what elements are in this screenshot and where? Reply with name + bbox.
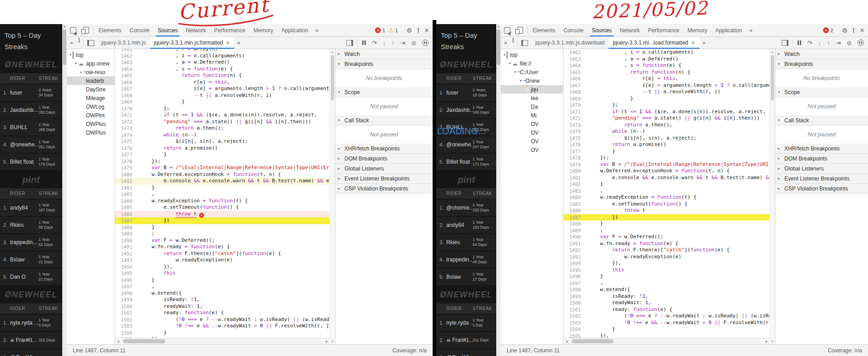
breakpoint-gutter[interactable]	[135, 296, 140, 303]
scroll-right-icon[interactable]: ▶	[324, 340, 330, 343]
breakpoint-gutter[interactable]	[135, 85, 140, 92]
step-icon[interactable]: ⇥	[836, 40, 841, 46]
more-tabs-icon[interactable]: »	[746, 24, 756, 36]
breakpoint-gutter[interactable]	[584, 260, 588, 267]
tab-elements[interactable]: Elements	[95, 24, 125, 36]
device-toolbar-button[interactable]	[80, 24, 92, 36]
breakpoint-gutter[interactable]	[135, 171, 140, 178]
breakpoint-gutter[interactable]	[135, 198, 140, 205]
inspect-button[interactable]	[501, 24, 514, 36]
line-number[interactable]: 1465	[115, 72, 135, 79]
line-number[interactable]: 1489	[564, 227, 584, 234]
scrollbar-thumb[interactable]	[771, 55, 774, 100]
line-number[interactable]: 1464	[564, 62, 584, 69]
breakpoint-gutter[interactable]	[135, 204, 140, 211]
breakpoint-gutter[interactable]	[584, 148, 588, 155]
line-number[interactable]: 1481	[564, 175, 584, 181]
line-number[interactable]: 1496	[115, 277, 135, 284]
section-header-event-listener-breakpoints[interactable]: ▸Event Listener Breakpoints	[775, 174, 868, 184]
line-number[interactable]: 1499	[115, 296, 135, 303]
pause-on-exceptions-icon[interactable]	[422, 40, 429, 46]
line-number[interactable]: 1502	[564, 313, 584, 320]
tree-item-ov[interactable]: OV	[501, 137, 563, 145]
section-header-dom-breakpoints[interactable]: ▸DOM Breakpoints	[335, 154, 433, 164]
line-number[interactable]: 1500	[115, 303, 135, 310]
breakpoint-gutter[interactable]	[584, 320, 588, 326]
line-number[interactable]: 1464	[115, 66, 135, 73]
breakpoint-gutter[interactable]	[584, 128, 588, 135]
breakpoint-gutter[interactable]	[584, 56, 588, 63]
breakpoint-gutter[interactable]	[135, 211, 140, 218]
pause-icon[interactable]	[362, 40, 366, 45]
more-tabs-icon[interactable]: »	[312, 24, 322, 36]
tab-performance[interactable]: Performance	[644, 24, 683, 36]
settings-icon[interactable]: ⚙	[842, 27, 848, 34]
hide-navigator-button[interactable]	[85, 37, 97, 49]
breakpoint-gutter[interactable]	[584, 82, 588, 89]
breakpoint-gutter[interactable]	[584, 214, 588, 221]
line-number[interactable]: 1493	[115, 257, 135, 264]
close-tab-icon[interactable]: ✕	[226, 40, 230, 46]
show-sidebar-button[interactable]	[343, 37, 356, 49]
line-number[interactable]: 1474	[564, 128, 584, 135]
line-number[interactable]: 1484	[564, 194, 584, 201]
breakpoint-gutter[interactable]	[584, 181, 588, 188]
section-header-watch[interactable]: ▸Watch	[775, 49, 868, 59]
tab-network[interactable]: Network	[616, 24, 644, 36]
close-devtools-icon[interactable]: ✕	[860, 27, 864, 34]
breakpoint-gutter[interactable]	[135, 303, 140, 310]
line-number[interactable]: 1499	[564, 293, 584, 300]
scroll-left-icon[interactable]: ◀	[564, 340, 570, 343]
line-number[interactable]: 1478	[564, 155, 584, 161]
breakpoint-gutter[interactable]	[135, 237, 140, 244]
step-icon[interactable]: ⇥	[400, 40, 405, 46]
tree-item-jqu[interactable]: jqu	[501, 85, 563, 94]
close-devtools-icon[interactable]: ✕	[424, 27, 429, 34]
tab-application[interactable]: Application	[277, 24, 312, 36]
breakpoint-gutter[interactable]	[584, 273, 588, 280]
line-number[interactable]: 1466	[564, 75, 584, 82]
breakpoint-gutter[interactable]	[135, 185, 140, 191]
breakpoint-gutter[interactable]	[135, 49, 140, 53]
line-number[interactable]: 1477	[564, 148, 584, 155]
line-number[interactable]: 1485	[115, 204, 135, 211]
line-number[interactable]: 1497	[115, 283, 135, 290]
breakpoint-gutter[interactable]	[135, 251, 140, 257]
tree-item-ov[interactable]: OV	[501, 120, 563, 128]
scroll-up-icon[interactable]: ▲	[330, 50, 335, 54]
breakpoint-gutter[interactable]	[584, 62, 588, 69]
editor-vertical-scrollbar[interactable]: ▲▼	[329, 49, 335, 344]
breakpoint-gutter[interactable]	[135, 72, 140, 79]
line-number[interactable]: 1491	[115, 244, 135, 251]
section-header-scope[interactable]: ▾Scope	[775, 87, 868, 97]
breakpoint-gutter[interactable]	[135, 125, 140, 132]
line-number[interactable]: 1492	[564, 247, 584, 254]
breakpoint-gutter[interactable]	[584, 194, 588, 201]
line-number[interactable]: 1489	[115, 231, 135, 237]
breakpoint-gutter[interactable]	[135, 264, 140, 271]
deactivate-breakpoints-icon[interactable]: ⊘	[411, 40, 416, 46]
step-over-icon[interactable]: ↷	[372, 40, 377, 46]
step-into-icon[interactable]: ↓	[818, 40, 821, 46]
breakpoint-gutter[interactable]	[135, 158, 140, 165]
line-number[interactable]: 1480	[115, 171, 135, 178]
section-header-watch[interactable]: ▸Watch	[335, 49, 433, 59]
breakpoint-gutter[interactable]	[135, 99, 140, 105]
line-number[interactable]: 1472	[564, 115, 584, 122]
tree-item-mi[interactable]: Mi	[501, 111, 563, 120]
breakpoint-gutter[interactable]	[584, 168, 588, 175]
tree-item-top[interactable]: ▾top	[67, 50, 115, 59]
step-out-icon[interactable]: ↑	[827, 40, 830, 46]
breakpoint-gutter[interactable]	[584, 201, 588, 208]
line-number[interactable]: 1483	[115, 191, 135, 198]
breakpoint-gutter[interactable]	[584, 267, 588, 274]
editor-horizontal-scrollbar[interactable]: ◀▶	[564, 338, 770, 344]
tree-item-owlog[interactable]: OWLog	[67, 102, 115, 111]
line-number[interactable]: 1498	[564, 286, 584, 293]
tree-item-ov[interactable]: OV	[501, 145, 563, 154]
line-number[interactable]: 1495	[564, 267, 584, 274]
line-number[interactable]: 1463	[115, 59, 135, 66]
hide-navigator-button[interactable]	[519, 37, 531, 49]
line-number[interactable]: 1490	[115, 237, 135, 244]
line-number[interactable]: 1483	[564, 188, 584, 195]
